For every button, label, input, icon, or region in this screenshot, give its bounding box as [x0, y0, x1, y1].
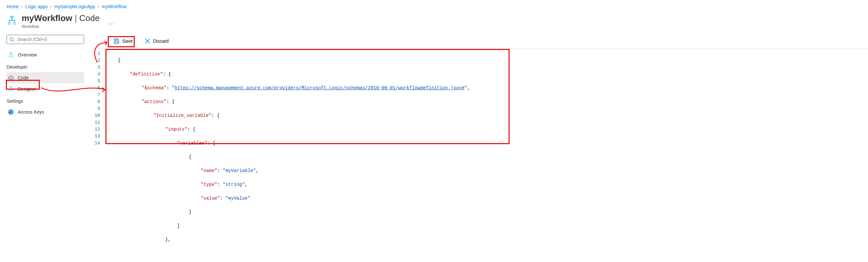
chevron-right-icon: ›: [50, 4, 52, 9]
discard-button[interactable]: Discard: [141, 37, 172, 45]
workflow-icon: [8, 52, 14, 58]
search-field[interactable]: [17, 37, 81, 42]
save-button[interactable]: Save: [111, 37, 136, 45]
code-icon: [8, 75, 14, 81]
breadcrumb-logicapps[interactable]: Logic apps: [25, 4, 48, 9]
page-title: myWorkflow | Code: [22, 13, 100, 23]
workflow-icon: [7, 15, 17, 26]
svg-rect-8: [10, 86, 12, 88]
line-gutter: 1 2 3 4 5 6 7 8 9 10 11 12 13 14: [91, 49, 106, 258]
svg-rect-0: [10, 16, 13, 19]
nav-label: Overview: [18, 52, 37, 58]
discard-label: Discard: [153, 38, 168, 44]
page-header: myWorkflow | Code Workflow …: [0, 10, 868, 35]
nav-overview[interactable]: Overview: [7, 49, 84, 60]
svg-line-4: [13, 40, 14, 41]
nav-label: Access Keys: [18, 109, 44, 114]
breadcrumb-home[interactable]: Home: [7, 4, 19, 9]
svg-rect-7: [11, 56, 13, 58]
main-pane: Save Discard 1 2 3 4 5 6 7 8 9 10: [91, 35, 868, 258]
nav-label: Code: [18, 75, 29, 80]
workflow-icon: [8, 86, 14, 92]
svg-rect-12: [115, 39, 118, 40]
nav-code[interactable]: Code: [7, 72, 84, 84]
svg-point-3: [10, 37, 13, 40]
page-subtitle: Workflow: [22, 24, 100, 29]
nav-access-keys[interactable]: Access Keys: [7, 106, 84, 118]
close-icon: [145, 38, 151, 44]
save-icon: [114, 38, 120, 44]
search-icon: [9, 37, 14, 42]
breadcrumb-workflow[interactable]: myWorkflow: [102, 4, 127, 9]
nav-group-settings: Settings: [7, 98, 84, 104]
refresh-icon: [8, 109, 14, 115]
svg-rect-9: [8, 90, 10, 92]
code-content[interactable]: { "definition": { "$schema": "https://sc…: [106, 49, 470, 258]
svg-rect-2: [13, 22, 16, 25]
nav-designer[interactable]: Designer: [7, 84, 84, 95]
toolbar: Save Discard: [91, 35, 868, 48]
svg-rect-13: [115, 41, 118, 43]
breadcrumb: Home › Logic apps › mySampleLogicApp › m…: [0, 0, 868, 10]
svg-rect-5: [10, 52, 12, 54]
chevron-right-icon: ›: [98, 4, 99, 9]
save-label: Save: [122, 38, 133, 44]
search-input[interactable]: [7, 35, 84, 44]
sidebar: Overview Developer Code Designer Setting…: [0, 35, 91, 258]
svg-rect-10: [11, 90, 13, 92]
svg-rect-6: [8, 56, 10, 58]
code-editor[interactable]: 1 2 3 4 5 6 7 8 9 10 11 12 13 14 { "defi…: [91, 48, 868, 258]
chevron-right-icon: ›: [21, 4, 23, 9]
more-button[interactable]: …: [104, 18, 118, 27]
nav-label: Designer: [18, 86, 36, 92]
breadcrumb-app[interactable]: mySampleLogicApp: [54, 4, 95, 9]
nav-group-developer: Developer: [7, 64, 84, 70]
svg-rect-1: [7, 22, 11, 25]
